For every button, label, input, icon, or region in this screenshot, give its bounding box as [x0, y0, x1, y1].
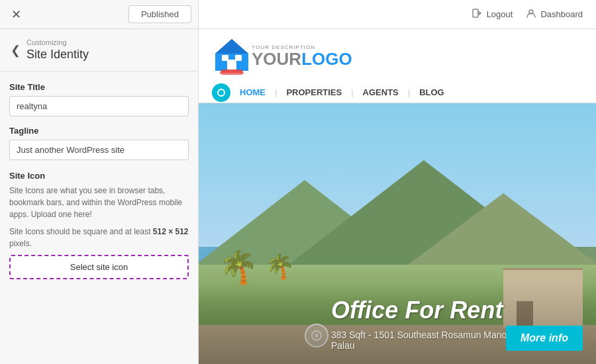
svg-rect-7 — [235, 55, 242, 61]
site-navigation: HOME | PROPERTIES | AGENTS | BLOG — [199, 75, 596, 103]
tagline-label: Tagline — [9, 126, 189, 136]
dashboard-label: Dashboard — [540, 9, 583, 19]
palm-tree-2: 🌴 — [265, 253, 295, 281]
hero-title: Office For Rent — [331, 296, 576, 324]
site-title-label: Site Title — [9, 82, 189, 92]
logo-text: YOUR DESCRIPTION YOURLOGO — [252, 44, 352, 68]
section-title: Site Identity — [26, 48, 189, 62]
site-navbar: Logout Dashboard — [199, 0, 596, 29]
close-button[interactable]: ✕ — [7, 5, 25, 24]
nav-item-home[interactable]: HOME — [240, 82, 275, 103]
tagline-input[interactable] — [9, 140, 189, 160]
hero-overlay: Office For Rent 383 Sqft - 1501 Southeas… — [199, 283, 596, 364]
site-preview: Logout Dashboard — [199, 0, 596, 364]
logout-icon — [472, 8, 483, 21]
palm-tree-1: 🌴 — [219, 249, 258, 286]
hero-area: 🌴 🌴 Office For Rent 383 Sqft - 1501 Sout… — [199, 103, 596, 364]
logout-link[interactable]: Logout — [472, 8, 513, 21]
nav-item-blog[interactable]: BLOG — [419, 82, 454, 103]
svg-rect-5 — [227, 60, 236, 71]
back-button[interactable]: ❮ — [7, 40, 25, 60]
site-icon-description2: Site Icons should be square and at least… — [9, 226, 189, 250]
site-icon-label: Site Icon — [9, 171, 189, 181]
site-header: YOUR DESCRIPTION YOURLOGO — [199, 29, 596, 75]
nav-item-agents[interactable]: AGENTS — [363, 82, 408, 103]
logo-area: YOUR DESCRIPTION YOURLOGO — [212, 36, 583, 75]
logo-logo-text: LOGO — [301, 49, 352, 69]
svg-rect-6 — [222, 55, 228, 61]
logo-your-text: YOUR — [252, 49, 301, 69]
top-bar: ✕ Published — [0, 0, 198, 29]
dashboard-link[interactable]: Dashboard — [526, 8, 583, 21]
customizing-label: Customizing — [26, 38, 189, 46]
section-header: ❮ Customizing Site Identity — [0, 29, 198, 71]
svg-marker-4 — [215, 39, 248, 54]
svg-rect-9 — [221, 69, 243, 73]
select-site-icon-button[interactable]: Select site icon — [9, 255, 189, 279]
mountain3 — [397, 193, 596, 273]
more-info-button[interactable]: More info — [506, 326, 583, 351]
nav-dot-icon — [212, 83, 230, 102]
customizer-panel: ✕ Published ❮ Customizing Site Identity … — [0, 0, 199, 364]
published-button[interactable]: Published — [128, 5, 191, 23]
site-title-input[interactable] — [9, 96, 189, 116]
dashboard-icon — [526, 8, 536, 21]
site-icon-description1: Site Icons are what you see in browser t… — [9, 185, 189, 220]
nav-item-properties[interactable]: PROPERTIES — [286, 82, 351, 103]
panel-content: Site Title Tagline Site Icon Site Icons … — [0, 71, 198, 364]
logo-icon — [212, 36, 252, 75]
nav-dot-inner — [217, 89, 225, 97]
logout-label: Logout — [487, 9, 513, 19]
